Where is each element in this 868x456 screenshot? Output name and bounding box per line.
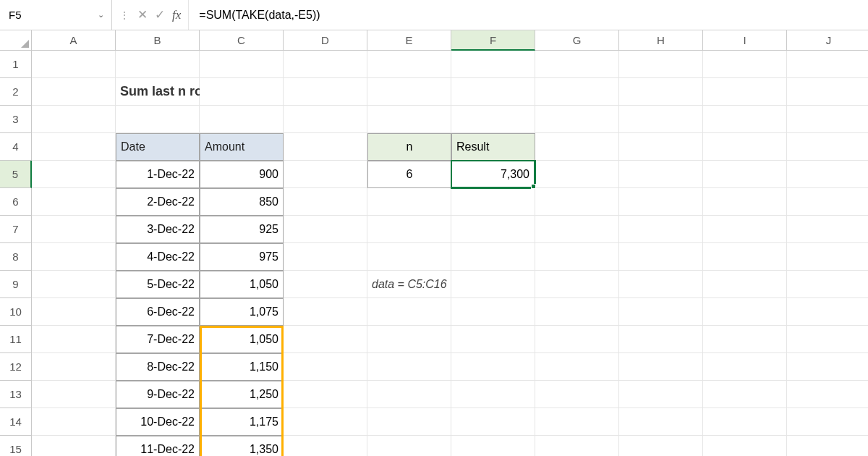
- cell[interactable]: [116, 51, 200, 78]
- cell[interactable]: [703, 216, 787, 243]
- cell[interactable]: [32, 408, 116, 436]
- table-cell-amount[interactable]: 1,075: [200, 298, 284, 326]
- column-header[interactable]: C: [200, 30, 284, 51]
- table-header-amount[interactable]: Amount: [200, 133, 284, 161]
- row-header[interactable]: 1: [0, 51, 32, 78]
- cell[interactable]: [619, 216, 703, 243]
- table-cell-amount[interactable]: 975: [200, 243, 284, 271]
- cell[interactable]: [535, 51, 619, 78]
- row-header[interactable]: 13: [0, 381, 32, 408]
- cell[interactable]: [787, 51, 868, 78]
- cell[interactable]: [32, 78, 116, 106]
- cell[interactable]: [32, 133, 116, 161]
- cell[interactable]: [284, 51, 367, 78]
- accept-formula-icon[interactable]: ✓: [155, 7, 165, 22]
- cell[interactable]: [619, 188, 703, 216]
- cell[interactable]: [367, 243, 451, 271]
- table-cell-date[interactable]: 9-Dec-22: [116, 381, 200, 408]
- table-cell-amount[interactable]: 1,175: [200, 408, 284, 436]
- cell[interactable]: [703, 188, 787, 216]
- cell[interactable]: [200, 78, 284, 106]
- table-cell-date[interactable]: 8-Dec-22: [116, 353, 200, 381]
- table-cell-amount[interactable]: 1,050: [200, 326, 284, 353]
- column-header[interactable]: G: [535, 30, 619, 51]
- cell[interactable]: [367, 78, 451, 106]
- table-cell-date[interactable]: 11-Dec-22: [116, 436, 200, 456]
- cell[interactable]: [451, 216, 535, 243]
- column-header[interactable]: H: [619, 30, 703, 51]
- column-header[interactable]: I: [703, 30, 787, 51]
- cell[interactable]: [451, 271, 535, 298]
- cell[interactable]: [787, 408, 868, 436]
- column-header[interactable]: F: [451, 30, 535, 51]
- cell[interactable]: [284, 326, 367, 353]
- cell[interactable]: [32, 216, 116, 243]
- cancel-formula-icon[interactable]: ✕: [137, 7, 148, 22]
- cell[interactable]: [451, 243, 535, 271]
- row-header[interactable]: 4: [0, 133, 32, 161]
- cell[interactable]: [451, 51, 535, 78]
- cell[interactable]: [703, 381, 787, 408]
- table-cell-date[interactable]: 5-Dec-22: [116, 271, 200, 298]
- table-cell-date[interactable]: 6-Dec-22: [116, 298, 200, 326]
- table-header-date[interactable]: Date: [116, 133, 200, 161]
- table-cell-amount[interactable]: 1,250: [200, 381, 284, 408]
- cell[interactable]: [619, 326, 703, 353]
- row-header[interactable]: 9: [0, 271, 32, 298]
- cell[interactable]: [284, 133, 367, 161]
- cell[interactable]: [619, 381, 703, 408]
- cell[interactable]: [535, 216, 619, 243]
- table-cell-amount[interactable]: 1,150: [200, 353, 284, 381]
- cell[interactable]: [787, 133, 868, 161]
- cell[interactable]: [535, 106, 619, 133]
- cell[interactable]: [535, 188, 619, 216]
- cell[interactable]: [703, 243, 787, 271]
- cell[interactable]: [32, 298, 116, 326]
- cell[interactable]: [367, 188, 451, 216]
- table-cell-amount[interactable]: 850: [200, 188, 284, 216]
- cell[interactable]: [451, 353, 535, 381]
- cell[interactable]: [787, 326, 868, 353]
- table-cell-date[interactable]: 1-Dec-22: [116, 161, 200, 188]
- cell[interactable]: [619, 51, 703, 78]
- name-box-dropdown-icon[interactable]: ⌄: [94, 10, 107, 20]
- cell[interactable]: [32, 381, 116, 408]
- select-all-box[interactable]: [0, 30, 32, 51]
- cell[interactable]: [32, 326, 116, 353]
- cell[interactable]: [535, 133, 619, 161]
- cell[interactable]: [535, 408, 619, 436]
- cell[interactable]: [787, 271, 868, 298]
- cell[interactable]: [284, 408, 367, 436]
- name-box[interactable]: [9, 9, 94, 21]
- cell[interactable]: [284, 298, 367, 326]
- cell[interactable]: [451, 78, 535, 106]
- row-header[interactable]: 12: [0, 353, 32, 381]
- row-header[interactable]: 10: [0, 298, 32, 326]
- page-title-cell[interactable]: Sum last n rows: [116, 78, 200, 106]
- cell[interactable]: [451, 188, 535, 216]
- cell[interactable]: [703, 436, 787, 456]
- cell[interactable]: [451, 326, 535, 353]
- cell[interactable]: [200, 51, 284, 78]
- cell[interactable]: [284, 216, 367, 243]
- cell[interactable]: [200, 106, 284, 133]
- cell[interactable]: [619, 78, 703, 106]
- row-header[interactable]: 3: [0, 106, 32, 133]
- table-cell-date[interactable]: 7-Dec-22: [116, 326, 200, 353]
- table-cell-date[interactable]: 3-Dec-22: [116, 216, 200, 243]
- cell[interactable]: [703, 51, 787, 78]
- cell[interactable]: [703, 161, 787, 188]
- cell[interactable]: [451, 298, 535, 326]
- row-header[interactable]: 15: [0, 436, 32, 456]
- cell[interactable]: [367, 408, 451, 436]
- table-cell-amount[interactable]: 900: [200, 161, 284, 188]
- fx-icon[interactable]: fx: [172, 8, 181, 22]
- cell[interactable]: [32, 51, 116, 78]
- cell[interactable]: [787, 106, 868, 133]
- cell[interactable]: [284, 243, 367, 271]
- formula-input[interactable]: =SUM(TAKE(data,-E5)): [189, 0, 868, 30]
- cell[interactable]: [703, 326, 787, 353]
- row-header[interactable]: 7: [0, 216, 32, 243]
- cell[interactable]: [284, 381, 367, 408]
- cell[interactable]: [32, 106, 116, 133]
